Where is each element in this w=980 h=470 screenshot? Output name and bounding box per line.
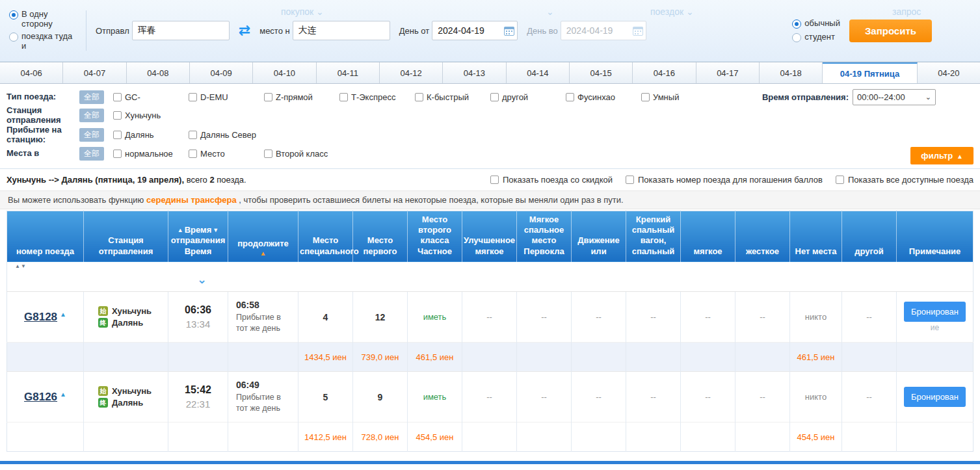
total-prefix: всего: [187, 175, 207, 185]
checkbox-icon[interactable]: [264, 150, 272, 158]
date-tab-04-07[interactable]: 04-07: [63, 62, 126, 83]
train-number-link[interactable]: G8128: [24, 311, 57, 323]
radio-icon[interactable]: [792, 20, 801, 29]
checkbox-icon[interactable]: [189, 150, 197, 158]
checkbox-icon[interactable]: [189, 93, 197, 101]
checkbox-icon[interactable]: [113, 150, 122, 158]
student-passenger-radio[interactable]: студент: [792, 33, 840, 42]
sort-active-icon[interactable]: ▲: [230, 250, 297, 257]
date-tab-04-20[interactable]: 04-20: [918, 62, 980, 83]
date-tab-04-13[interactable]: 04-13: [443, 62, 506, 83]
book-button[interactable]: Бронирован: [904, 302, 966, 322]
filter-to-dalian[interactable]: Далянь: [113, 130, 189, 140]
date-tab-04-08[interactable]: 04-08: [127, 62, 190, 83]
date-tab-04-17[interactable]: 04-17: [696, 62, 760, 83]
radio-icon[interactable]: [9, 33, 18, 42]
show-points-trains-checkbox[interactable]: Показать номер поезда для погашения балл…: [626, 175, 823, 185]
book-button[interactable]: Бронирован: [904, 387, 966, 407]
expand-arrow-icon[interactable]: ▲: [60, 391, 66, 398]
col-duration[interactable]: продолжите ▲: [228, 211, 298, 262]
filter-seat-second-class[interactable]: Второй класс: [264, 149, 349, 159]
checkbox-icon[interactable]: [490, 176, 499, 184]
date-tab-04-09[interactable]: 04-09: [190, 62, 253, 83]
round-trip-radio[interactable]: поездка туда и: [9, 32, 77, 51]
duration-note: Прибытие в тот же день: [236, 312, 292, 334]
filter-train-type-t[interactable]: Т-Экспресс: [339, 92, 415, 102]
departure-time-select[interactable]: 00:00--24:00 ⌄: [853, 89, 936, 105]
date-tab-04-10[interactable]: 04-10: [253, 62, 316, 83]
checkbox-icon[interactable]: [836, 176, 844, 184]
show-discount-trains-checkbox[interactable]: Показать поезда со скидкой: [490, 175, 613, 185]
checkbox-icon[interactable]: [641, 93, 650, 101]
filter-train-type-z[interactable]: Z-прямой: [264, 92, 339, 102]
filter-train-type-other[interactable]: другой: [490, 92, 566, 102]
radio-icon[interactable]: [792, 33, 801, 42]
filter-collapse-button[interactable]: фильтр▲: [910, 147, 973, 164]
to-input[interactable]: [293, 21, 390, 40]
date-tab-04-16[interactable]: 04-16: [633, 62, 696, 83]
sort-up-icon[interactable]: ▲: [178, 227, 183, 233]
date-tab-04-19-active[interactable]: 04-19 Пятница: [823, 62, 917, 83]
filter-from-hunchun[interactable]: Хуньчунь: [113, 111, 189, 120]
one-way-radio[interactable]: В одну сторону: [9, 10, 77, 29]
seat-all-badge[interactable]: 全部: [79, 147, 104, 161]
checkbox-icon[interactable]: [264, 93, 272, 101]
filter-train-type-k[interactable]: К-быстрый: [415, 92, 490, 102]
arrival-time: 22:31: [168, 398, 228, 410]
radio-icon[interactable]: [9, 10, 18, 20]
ghost-nav-chevron: ⌄: [546, 7, 554, 17]
date-tab-04-12[interactable]: 04-12: [380, 62, 443, 83]
filter-train-type-smart[interactable]: Умный: [641, 92, 717, 102]
summary-options: Показать поезда со скидкой Показать номе…: [490, 175, 973, 185]
date-tab-04-06[interactable]: 04-06: [0, 62, 63, 83]
checkbox-icon[interactable]: [626, 176, 634, 184]
filter-train-type-gc[interactable]: GC-: [113, 92, 189, 102]
date-tab-04-15[interactable]: 04-15: [570, 62, 633, 83]
from-station-all-badge[interactable]: 全部: [79, 109, 104, 122]
train-number-link[interactable]: G8126: [24, 391, 57, 403]
chevron-down-icon: ⌄: [925, 93, 931, 101]
col-train-number[interactable]: номер поезда: [7, 211, 84, 262]
train-type-all-badge[interactable]: 全部: [79, 90, 104, 104]
checkbox-icon[interactable]: [415, 93, 423, 101]
to-station-all-badge[interactable]: 全部: [79, 128, 104, 142]
date-tab-04-11[interactable]: 04-11: [317, 62, 380, 83]
filter-to-dalian-north[interactable]: Далянь Север: [189, 130, 273, 140]
header-label: жесткое: [746, 246, 779, 256]
date-tab-04-18[interactable]: 04-18: [760, 62, 823, 83]
filter-train-type-fuxing[interactable]: Фусинхао: [566, 92, 641, 102]
checkbox-icon[interactable]: [490, 93, 499, 101]
sort-arrows-icon[interactable]: ▲▼: [15, 263, 27, 269]
business-price: 1434,5 иен: [298, 343, 353, 372]
date-tab-04-14[interactable]: 04-14: [507, 62, 570, 83]
col-departure-time[interactable]: ▲Время▼ отправления Время: [168, 211, 228, 262]
from-station: Хуньчунь: [112, 306, 152, 316]
expand-arrow-icon[interactable]: ▲: [60, 311, 66, 318]
price-row-g8126: 1412,5 иен 728,0 иен 454,5 иен 454,5 иен: [7, 423, 973, 452]
filter-train-type-demu[interactable]: D-EMU: [189, 92, 264, 102]
swap-stations-icon[interactable]: ⇄: [239, 23, 250, 38]
checkbox-icon[interactable]: [113, 131, 122, 139]
soft-seat-cell: --: [681, 372, 735, 423]
other-cell: --: [842, 372, 897, 423]
filter-seat-normal[interactable]: нормальное: [113, 149, 189, 159]
checkbox-icon[interactable]: [189, 131, 197, 139]
col-second-seat: Место второго класса Частное: [408, 211, 462, 262]
checkbox-icon[interactable]: [339, 93, 348, 101]
normal-passenger-radio[interactable]: обычный: [792, 19, 840, 29]
transfer-link[interactable]: середины трансфера: [146, 195, 237, 205]
calendar-icon[interactable]: [504, 25, 514, 38]
chevron-down-icon[interactable]: ⌄: [197, 272, 207, 287]
checkbox-icon[interactable]: [566, 93, 574, 101]
from-input[interactable]: [132, 21, 230, 40]
filter-seat-seat[interactable]: Место: [189, 149, 264, 159]
date-from-field: День от: [399, 21, 518, 40]
checkbox-icon[interactable]: [113, 111, 122, 120]
book-button-overflow-text: ие: [897, 323, 973, 332]
checkbox-icon[interactable]: [113, 93, 122, 101]
show-available-trains-checkbox[interactable]: Показать все доступные поезда: [836, 175, 973, 185]
sort-down-icon[interactable]: ▼: [213, 227, 219, 233]
query-button[interactable]: Запросить: [849, 20, 932, 42]
time-cell: 15:42 22:31: [168, 372, 228, 423]
second-seat-cell: иметь: [408, 372, 462, 423]
